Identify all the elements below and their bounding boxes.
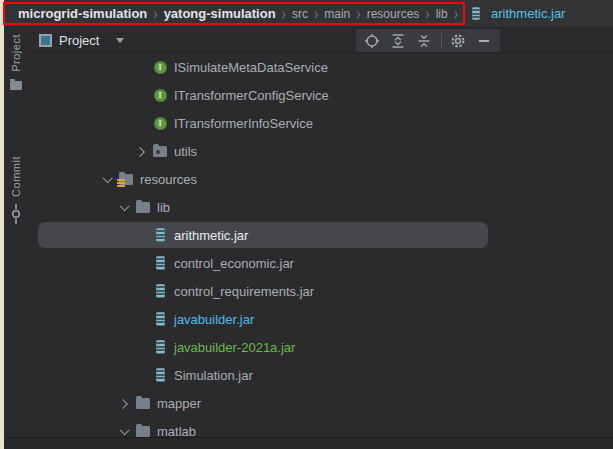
project-panel-toolbar	[356, 29, 500, 52]
expand-all-button[interactable]	[388, 31, 408, 51]
tree-row[interactable]: control_economic.jar	[28, 249, 613, 277]
resources-folder-icon	[118, 171, 134, 187]
breadcrumb-separator: ›	[153, 4, 157, 24]
tree-item-label: lib	[157, 200, 170, 215]
breadcrumb-src[interactable]: src	[292, 7, 308, 21]
interface-icon: I	[152, 87, 168, 103]
tree-item-label: resources	[140, 172, 197, 187]
tree-item-label: control_economic.jar	[174, 256, 294, 271]
stripe-commit-label: Commit	[10, 156, 22, 197]
tree-item-label: utils	[174, 144, 197, 159]
chevron-down-icon[interactable]	[115, 423, 131, 437]
interface-icon: I	[152, 59, 168, 75]
project-panel-title: Project	[59, 33, 99, 48]
tree-row-selected[interactable]: arithmetic.jar	[28, 221, 613, 249]
tree-item-label: javabuilder.jar	[174, 312, 254, 327]
panel-bottom-edge	[4, 437, 613, 449]
stripe-button-project[interactable]: Project	[4, 34, 28, 90]
jar-icon	[152, 339, 168, 355]
breadcrumb-separator: ›	[282, 4, 286, 24]
project-tool-icon	[10, 81, 22, 90]
collapse-all-icon	[416, 33, 432, 49]
jar-icon	[152, 311, 168, 327]
gear-icon	[450, 33, 466, 49]
hide-panel-button[interactable]	[474, 31, 494, 51]
tree-row[interactable]: mapper	[28, 389, 613, 417]
tree-item-label: matlab	[157, 424, 196, 438]
jar-icon	[152, 227, 168, 243]
tree-row[interactable]: resources	[28, 165, 613, 193]
tree-row[interactable]: javabuilder.jar	[28, 305, 613, 333]
tree-item-label: arithmetic.jar	[174, 228, 248, 243]
interface-icon: I	[152, 115, 168, 131]
breadcrumb-current-file-label: arithmetic.jar	[491, 6, 565, 21]
tree-item-label: javabuilder-2021a.jar	[174, 340, 295, 355]
tree-row[interactable]: javabuilder-2021a.jar	[28, 333, 613, 361]
chevron-down-icon	[116, 38, 124, 43]
jar-icon	[152, 367, 168, 383]
chevron-right-icon[interactable]	[115, 395, 131, 411]
breadcrumb-current-file[interactable]: arithmetic.jar	[472, 6, 565, 21]
tree-item-label: ITransformerConfigService	[174, 88, 329, 103]
tree-row[interactable]: I ITransformerInfoService	[28, 109, 613, 137]
tree-item-label: control_requirements.jar	[174, 284, 314, 299]
locate-opened-file-button[interactable]	[362, 31, 382, 51]
jar-icon	[152, 283, 168, 299]
breadcrumb-separator: ›	[356, 4, 360, 24]
expand-all-icon	[390, 33, 406, 49]
breadcrumb-lib[interactable]: lib	[436, 7, 448, 21]
tree-row[interactable]: Simulation.jar	[28, 361, 613, 389]
tree-item-label: Simulation.jar	[174, 368, 253, 383]
settings-button[interactable]	[448, 31, 468, 51]
stripe-button-commit[interactable]: Commit	[4, 156, 28, 224]
breadcrumb-main[interactable]: main	[324, 7, 350, 21]
breadcrumb-project-root[interactable]: microgrid-simulation	[18, 6, 147, 21]
project-panel-header: Project	[28, 28, 613, 53]
tree-row[interactable]: I ITransformerConfigService	[28, 81, 613, 109]
chevron-right-icon[interactable]	[132, 143, 148, 159]
collapse-all-button[interactable]	[414, 31, 434, 51]
chevron-down-icon[interactable]	[98, 171, 114, 187]
jar-icon	[472, 7, 480, 20]
breadcrumb-separator: ›	[425, 4, 429, 24]
breadcrumb-separator: ›	[314, 4, 318, 24]
stripe-project-label: Project	[10, 34, 22, 72]
chevron-down-icon[interactable]	[115, 199, 131, 215]
tree-item-label: ISimulateMetaDataService	[174, 60, 328, 75]
breadcrumb-resources[interactable]: resources	[367, 7, 420, 21]
minus-icon	[476, 33, 492, 49]
tree-row[interactable]: lib	[28, 193, 613, 221]
tree-row[interactable]: I ISimulateMetaDataService	[28, 53, 613, 81]
jar-icon	[152, 255, 168, 271]
project-tree: I ISimulateMetaDataService I ITransforme…	[28, 53, 613, 437]
commit-icon	[9, 204, 23, 224]
selection-highlight	[38, 222, 488, 248]
project-view-selector[interactable]: Project	[39, 33, 124, 48]
folder-icon	[135, 199, 151, 215]
project-view-icon	[39, 34, 52, 47]
tree-row[interactable]: utils	[28, 137, 613, 165]
ide-window: microgrid-simulation › yatong-simulation…	[0, 0, 613, 449]
breadcrumb-bar: microgrid-simulation › yatong-simulation…	[4, 0, 613, 28]
breadcrumb-separator: ›	[454, 4, 458, 24]
folder-icon	[135, 423, 151, 437]
toolbar-divider	[441, 33, 442, 48]
crosshair-icon	[364, 33, 380, 49]
tree-row[interactable]: control_requirements.jar	[28, 277, 613, 305]
tool-window-stripe: Project Commit	[4, 28, 28, 437]
tree-item-label: mapper	[157, 396, 201, 411]
tree-item-label: ITransformerInfoService	[174, 116, 313, 131]
tree-row[interactable]: matlab	[28, 417, 613, 437]
folder-icon	[135, 395, 151, 411]
package-folder-icon	[152, 143, 168, 159]
breadcrumb-module[interactable]: yatong-simulation	[164, 6, 276, 21]
